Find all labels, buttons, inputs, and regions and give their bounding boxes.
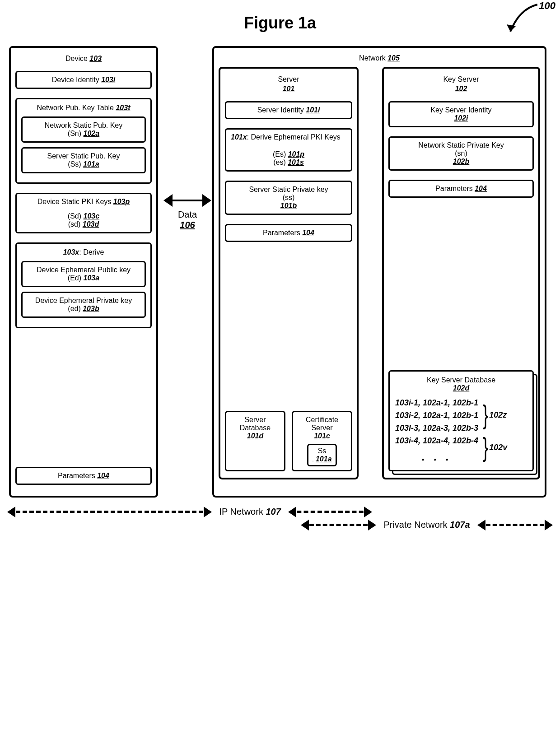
- server-db-ref: 101d: [231, 432, 280, 440]
- group-102v: 102v: [489, 443, 507, 452]
- private-network-row: Private Network 107a: [303, 520, 551, 530]
- srv-static-priv-label: Server Static Private key: [231, 186, 346, 194]
- server-identity-label: Server Identity: [257, 106, 304, 114]
- derive-label: Derive: [83, 248, 104, 256]
- ks-db-ellipsis: . . .: [395, 447, 478, 465]
- net-pubkey-sym: (Sn): [68, 130, 81, 137]
- keyserver-title: Key Server: [388, 75, 534, 84]
- es-ref: 101s: [288, 158, 304, 166]
- ks-db-ref: 102d: [395, 384, 527, 392]
- brace-group-102v: } 102v: [481, 438, 507, 457]
- srv-static-priv-ref: 101b: [231, 202, 346, 210]
- sd-sym: (sd): [68, 220, 81, 228]
- server-params-ref: 104: [302, 229, 314, 237]
- eph-priv-sym: (ed): [68, 305, 80, 312]
- derive-ref: 103x: [63, 248, 79, 256]
- device-params-box: Parameters 104: [15, 467, 152, 485]
- ip-net-label: IP Network: [219, 507, 263, 516]
- brace-group-102z: } 102z: [481, 405, 507, 424]
- net-static-pubkey-box: Network Static Pub. Key (Sn) 102a: [21, 116, 146, 143]
- pubkey-table-ref: 103t: [116, 104, 130, 112]
- device-params-ref: 104: [97, 472, 109, 479]
- ks-identity-box: Key Server Identity 102i: [388, 101, 534, 127]
- device-identity-box: Device Identity 103i: [15, 71, 152, 89]
- eph-pub-sym: (Ed): [68, 274, 81, 282]
- figure-title: Figure 1a: [9, 14, 551, 33]
- cert-nested-label: Ss: [318, 447, 327, 455]
- device-static-pki-box: Device Static PKI Keys 103p (Sd) 103c (s…: [15, 193, 152, 233]
- device-box: Device 103 Device Identity 103i Network …: [9, 46, 158, 498]
- ks-db-rows: 103i-1, 102a-1, 102b-1 103i-2, 102a-1, 1…: [395, 397, 478, 465]
- device-header: Device 103: [15, 54, 152, 64]
- Es-ref: 101p: [288, 150, 304, 158]
- device-identity-label: Device Identity: [52, 76, 99, 84]
- group-102z: 102z: [489, 410, 507, 420]
- static-pki-label: Device Static PKI Keys: [37, 198, 112, 205]
- ks-identity-ref: 102i: [394, 114, 528, 122]
- net-pubkey-label: Network Static Pub. Key: [27, 121, 140, 130]
- system-ref-arrow: 100: [501, 0, 555, 42]
- es-sym: (es): [273, 158, 286, 166]
- cert-ref: 101c: [314, 432, 330, 440]
- srv-derive-ref: 101x: [231, 133, 247, 141]
- ks-db-box: Key Server Database 102d 103i-1, 102a-1,…: [388, 370, 534, 471]
- device-ref: 103: [89, 55, 102, 62]
- ip-net-ref: 107: [266, 507, 280, 516]
- ks-params-label: Parameters: [435, 185, 473, 192]
- ip-network-row: IP Network 107: [9, 507, 370, 517]
- pubkey-table-box: Network Pub. Key Table 103t Network Stat…: [15, 98, 152, 184]
- srv-pubkey-ref: 101a: [83, 160, 99, 168]
- srv-static-priv-sym: (ss): [231, 194, 346, 202]
- srv-static-pubkey-box: Server Static Pub. Key (Ss) 101a: [21, 147, 146, 173]
- net-pubkey-ref: 102a: [84, 130, 100, 137]
- ks-db-row3: 103i-3, 102a-3, 102b-3: [395, 422, 478, 435]
- cert-server-box: Certificate Server 101c Ss . 101a: [292, 411, 352, 471]
- eph-priv-box: Device Ephemeral Private key (ed) 103b: [21, 292, 146, 318]
- device-params-label: Parameters: [58, 472, 95, 479]
- ks-db-label: Key Server Database: [395, 376, 527, 384]
- ks-static-priv-sym: (sn): [394, 149, 528, 158]
- ks-db-row4: 103i-4, 102a-4, 102b-4: [395, 435, 478, 447]
- server-db-label: Server Database: [231, 416, 280, 432]
- eph-pub-ref: 103a: [84, 274, 100, 282]
- device-title: Device: [65, 55, 88, 62]
- ks-params-box: Parameters 104: [388, 180, 534, 198]
- eph-pub-box: Device Ephemeral Public key (Ed) 103a: [21, 261, 146, 287]
- ks-identity-label: Key Server Identity: [394, 106, 528, 114]
- eph-priv-label: Device Ephemeral Private key: [27, 297, 140, 305]
- cert-nested-ref: 101a: [316, 455, 332, 463]
- static-pki-ref: 103p: [113, 198, 130, 205]
- server-static-priv-box: Server Static Private key (ss) 101b: [225, 181, 352, 215]
- keyserver-box: Key Server 102 Key Server Identity 102i …: [382, 67, 540, 479]
- cert-label: Certificate Server: [298, 416, 346, 432]
- srv-pubkey-sym: (Ss): [68, 160, 81, 168]
- server-db-box: Server Database 101d: [225, 411, 285, 471]
- server-ref: 101: [225, 84, 352, 94]
- cert-nested-box: Ss . 101a: [307, 444, 336, 466]
- device-derive-box: 103x: Derive Device Ephemeral Public key…: [15, 242, 152, 328]
- pvt-net-label: Private Network: [383, 520, 447, 530]
- server-identity-ref: 101i: [306, 106, 320, 114]
- server-params-box: Parameters 104: [225, 224, 352, 242]
- srv-pubkey-label: Server Static Pub. Key: [27, 152, 140, 160]
- ks-static-priv-label: Network Static Private Key: [394, 141, 528, 149]
- ks-params-ref: 104: [475, 185, 487, 192]
- network-box: Network 105 Server 101 Server Identity 1…: [212, 46, 546, 498]
- ks-db-row1: 103i-1, 102a-1, 102b-1: [395, 397, 478, 409]
- server-box: Server 101 Server Identity 101i 101x: De…: [219, 67, 359, 479]
- data-link: Data 106: [163, 200, 212, 230]
- sd-ref: 103d: [83, 220, 99, 228]
- ks-db-row2: 103i-2, 102a-1, 102b-1: [395, 409, 478, 422]
- pubkey-table-label: Network Pub. Key Table: [37, 104, 114, 112]
- ks-static-priv-box: Network Static Private Key (sn) 102b: [388, 136, 534, 171]
- Sd-sym: (Sd): [68, 212, 81, 220]
- Es-sym: (Es): [273, 150, 286, 158]
- network-label: Network: [359, 54, 386, 62]
- pvt-net-ref: 107a: [450, 520, 470, 530]
- ks-static-priv-ref: 102b: [394, 158, 528, 166]
- Sd-ref: 103c: [84, 212, 100, 220]
- server-identity-box: Server Identity 101i: [225, 101, 352, 119]
- server-params-label: Parameters: [263, 229, 300, 237]
- svg-marker-0: [507, 24, 516, 32]
- network-ref: 105: [387, 54, 400, 62]
